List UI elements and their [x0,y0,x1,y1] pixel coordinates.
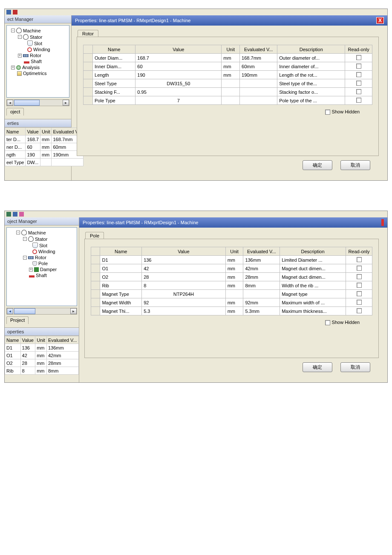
readonly-checkbox[interactable] [356,81,361,86]
expander-icon[interactable]: - [16,231,20,234]
tree-slot[interactable]: Slot [39,243,47,248]
col-eval[interactable]: Evaluated V... [243,247,280,256]
tree-damper[interactable]: Damper [40,267,57,272]
expander-icon[interactable]: - [11,29,15,32]
scroll-left-icon[interactable]: ◄ [7,100,13,106]
col-desc[interactable]: Description [277,45,345,54]
readonly-checkbox[interactable] [357,257,362,262]
col-unit[interactable]: Unit [225,247,243,256]
toolbar-icon-2[interactable] [13,10,17,14]
col-value[interactable]: Value [26,128,40,136]
properties-title: operties [5,327,79,336]
toolbar-icon-1[interactable] [6,212,11,217]
readonly-checkbox[interactable] [356,98,361,103]
col-unit[interactable]: Unit [40,128,52,136]
readonly-checkbox[interactable] [356,64,361,69]
tree-winding[interactable]: Winding [33,47,50,52]
scroll-right-icon[interactable]: ► [70,308,77,314]
tree-optimetrics[interactable]: Optimetrics [23,71,47,76]
properties-title: erties [5,119,71,127]
scroll-thumb[interactable] [14,100,40,106]
cancel-button[interactable]: 取消 [340,160,370,170]
col-value[interactable]: Value [142,247,226,256]
properties-dialog: Properties: line-start PMSM - RMxprtDesi… [72,15,387,180]
tree-rotor[interactable]: Rotor [35,255,46,260]
show-hidden-checkbox[interactable] [325,320,330,325]
toolbar-icon-3[interactable] [19,212,24,217]
col-unit[interactable]: Unit [222,45,240,54]
tree-analysis[interactable]: Analysis [22,65,40,70]
toolbar-icon-2[interactable] [13,212,17,217]
readonly-checkbox[interactable] [357,291,362,296]
expander-icon[interactable]: + [29,268,33,272]
close-icon[interactable]: X [376,17,384,24]
stator-icon [28,236,34,242]
col-value[interactable]: Value [20,336,35,344]
tree-rotor[interactable]: Rotor [30,53,41,58]
col-name[interactable]: Name [5,128,26,136]
table-row: Outer Diam...168.7mm168.7mmOuter diamete… [84,54,372,62]
properties-grid: Name Value Unit Evaluated V... Descripti… [83,45,372,105]
tab-pole[interactable]: Pole [85,232,104,239]
col-eval[interactable]: Evaluated V... [240,45,277,54]
tab-rotor[interactable]: Rotor [78,30,98,37]
tree-slot[interactable]: Slot [34,41,42,46]
scroll-thumb[interactable] [14,308,35,314]
scroll-right-icon[interactable]: ► [63,100,69,106]
col-value[interactable]: Value [135,45,222,54]
dialog-titlebar[interactable]: Properties: line-start PMSM - RMxprtDesi… [72,15,387,26]
tree-scrollbar[interactable]: ◄ ► [6,308,77,315]
expander-icon[interactable]: + [11,66,15,69]
readonly-checkbox[interactable] [357,308,362,313]
col-name[interactable]: Name [93,45,135,54]
project-manager-title: oject Manager [5,217,79,225]
col-unit[interactable]: Unit [35,336,47,344]
col-readonly[interactable]: Read-only [346,247,372,256]
dialog-panel: Name Value Unit Evaluated V... Descripti… [77,37,379,156]
col-readonly[interactable]: Read-only [345,45,372,54]
cancel-button[interactable]: 取消 [340,362,370,372]
tree-winding[interactable]: Winding [38,249,55,254]
project-tree[interactable]: -Machine -Stator Slot Winding -Rotor Pol… [6,227,77,306]
close-icon[interactable] [381,219,384,226]
ok-button[interactable]: 确定 [303,362,332,372]
readonly-checkbox[interactable] [357,283,362,288]
tree-machine[interactable]: Machine [23,28,41,33]
show-hidden-checkbox[interactable] [325,110,330,115]
expander-icon[interactable]: + [18,54,22,58]
readonly-checkbox[interactable] [356,72,361,77]
ok-button[interactable]: 确定 [303,160,332,170]
project-tab[interactable]: Project [6,316,29,324]
readonly-checkbox[interactable] [356,55,361,60]
pole-icon [32,261,37,266]
tree-shaft[interactable]: Shaft [31,59,42,64]
toolbar-icon-1[interactable] [6,10,11,14]
stator-icon [23,34,29,40]
tree-scrollbar[interactable]: ◄ ► [6,99,69,106]
tree-machine[interactable]: Machine [28,230,46,235]
scroll-left-icon[interactable]: ◄ [7,308,13,314]
project-manager-title: ect Manager [5,15,71,23]
expander-icon[interactable]: - [18,35,22,39]
readonly-checkbox[interactable] [356,89,361,94]
tree-shaft[interactable]: Shaft [36,273,47,278]
project-tab[interactable]: oject [6,108,24,116]
dialog-titlebar[interactable]: Properties: line-start PMSM - RMxprtDesi… [79,217,387,228]
table-row: Magnet TypeNTP264HMagnet type [91,290,372,298]
tree-pole[interactable]: Pole [38,261,48,266]
expander-icon[interactable]: - [23,237,27,241]
col-desc[interactable]: Description [280,247,346,256]
col-name[interactable]: Name [5,336,21,344]
tree-stator[interactable]: Stator [30,35,42,40]
project-tree[interactable]: -Machine -Stator Slot Winding +Rotor Sha… [6,25,69,98]
expander-icon[interactable]: - [23,256,27,260]
col-eval[interactable]: Evaluated V... [46,336,78,344]
readonly-checkbox[interactable] [357,274,362,279]
readonly-checkbox[interactable] [357,300,362,305]
dialog-title-text: Properties: line-start PMSM - RMxprtDesi… [75,18,190,23]
tree-stator[interactable]: Stator [35,237,47,242]
readonly-checkbox[interactable] [357,266,362,271]
col-name[interactable]: Name [100,247,142,256]
table-row: Magnet Thi...5.3mm5.3mmMaximum thickness… [91,307,372,315]
left-panel: ect Manager -Machine -Stator Slot Windin… [5,15,72,180]
